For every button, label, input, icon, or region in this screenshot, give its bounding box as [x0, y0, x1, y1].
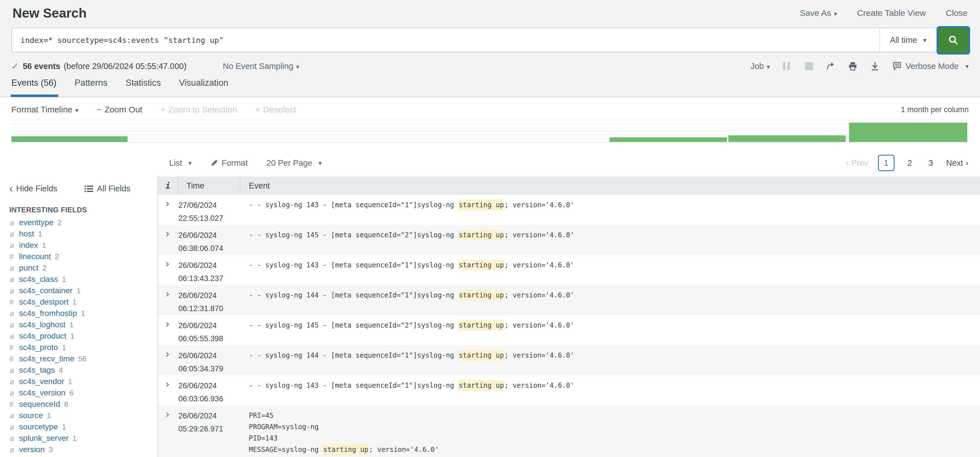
expand-event-icon[interactable]: ›	[158, 287, 170, 300]
field-sc4s_loghost[interactable]: asc4s_loghost1	[10, 320, 158, 332]
timeline-controls: Format Timeline▾ −Zoom Out +Zoom to Sele…	[0, 98, 980, 116]
event-date: 26/06/2024	[178, 319, 240, 332]
deselect-button[interactable]: ×Deselect	[255, 105, 296, 114]
highlighted-match: starting up	[323, 444, 369, 455]
event-sampling-menu[interactable]: No Event Sampling▾	[223, 62, 299, 71]
all-fields-button[interactable]: All Fields	[84, 184, 130, 193]
field-sc4s_container[interactable]: asc4s_container1	[10, 286, 158, 297]
field-sequenceId[interactable]: #sequenceId8	[10, 400, 158, 411]
per-page-menu[interactable]: 20 Per Page▾	[266, 159, 321, 168]
save-as-button[interactable]: Save As▾	[800, 8, 837, 18]
hide-fields-button[interactable]: ‹Hide Fields	[10, 184, 57, 193]
share-icon[interactable]	[826, 62, 835, 71]
event-raw-text: - - syslog-ng 143 - [meta sequenceId="1"…	[249, 259, 980, 271]
field-sc4s_product[interactable]: asc4s_product1	[10, 332, 158, 343]
field-sc4s_vendor[interactable]: asc4s_vendor1	[10, 377, 158, 388]
string-field-icon: a	[10, 411, 19, 420]
timeline-bar-2[interactable]	[609, 137, 727, 142]
field-name: splunk_server	[19, 434, 68, 443]
search-button[interactable]	[937, 26, 970, 54]
search-mode-menu[interactable]: Verbose Mode▾	[892, 62, 969, 71]
close-button[interactable]: Close	[946, 8, 967, 18]
print-icon[interactable]	[848, 62, 857, 71]
minus-icon: −	[97, 105, 102, 114]
event-time: 06:05:55.398	[178, 332, 240, 345]
format-menu[interactable]: Format	[210, 159, 248, 168]
event-date: 26/06/2024	[178, 259, 240, 272]
expand-event-icon[interactable]: ›	[158, 348, 170, 360]
event-text-segment: ; version='4.6.0'	[504, 321, 574, 329]
field-linecount[interactable]: #linecount2	[10, 252, 158, 263]
event-text-segment: ; version='4.6.0'	[369, 446, 439, 454]
chevron-down-icon: ▾	[923, 36, 926, 44]
format-timeline-menu[interactable]: Format Timeline▾	[11, 105, 78, 114]
export-download-icon[interactable]	[870, 62, 880, 71]
field-index[interactable]: aindex1	[10, 241, 158, 252]
events-timeline-histogram[interactable]	[11, 120, 969, 143]
field-host[interactable]: ahost1	[10, 229, 158, 241]
time-cell: 26/06/202406:03:06.936	[178, 379, 240, 405]
field-name: version	[19, 445, 45, 454]
prev-page-button[interactable]: ‹ Prev	[846, 158, 868, 168]
event-raw-text: - - syslog-ng 143 - [meta sequenceId="1"…	[249, 380, 980, 391]
timeline-bar-1[interactable]	[11, 136, 128, 142]
tab-patterns[interactable]: Patterns	[75, 78, 107, 97]
field-punct[interactable]: apunct2	[10, 263, 158, 275]
field-sc4s_tags[interactable]: asc4s_tags4	[10, 366, 158, 377]
timeline-bar-3[interactable]	[728, 135, 846, 142]
create-table-view-button[interactable]: Create Table View	[857, 8, 926, 18]
time-range-picker[interactable]: All time▾	[880, 28, 936, 52]
event-raw-text: MESSAGE=syslog-ng starting up; version='…	[249, 444, 980, 455]
page-button-1[interactable]: 1	[878, 155, 894, 171]
tab-visualization[interactable]: Visualization	[179, 78, 228, 97]
event-row: ›26/06/202406:03:06.936- - syslog-ng 143…	[158, 375, 980, 405]
expand-event-icon[interactable]: ›	[158, 197, 170, 210]
info-cell: ›	[158, 379, 178, 405]
event-text-segment: ; version='4.6.0'	[504, 201, 574, 209]
expand-event-icon[interactable]: ›	[158, 378, 170, 390]
field-source[interactable]: asource1	[10, 411, 158, 422]
event-time: 06:05:34.379	[178, 362, 240, 375]
expand-event-icon[interactable]: ›	[158, 227, 170, 240]
field-sc4s_fromhostip[interactable]: asc4s_fromhostip1	[10, 309, 158, 320]
zoom-to-selection-button[interactable]: +Zoom to Selection	[161, 105, 237, 114]
highlighted-match: starting up	[458, 230, 504, 240]
event-date: 26/06/2024	[178, 379, 240, 392]
event-count: 56 events	[23, 62, 60, 71]
event-raw-text: PROGRAM=syslog-ng	[249, 421, 980, 433]
timeline-bar-4[interactable]	[849, 123, 968, 142]
field-version[interactable]: aversion3	[10, 445, 158, 457]
field-name: sc4s_recv_time	[19, 354, 75, 363]
stop-job-icon	[805, 62, 813, 70]
field-sc4s_destport[interactable]: #sc4s_destport1	[10, 297, 158, 309]
event-text-segment: - - syslog-ng 143 - [meta sequenceId="1"…	[249, 261, 458, 269]
list-view-menu[interactable]: List▾	[169, 159, 191, 168]
page-button-3[interactable]: 3	[925, 159, 937, 168]
field-sc4s_class[interactable]: asc4s_class1	[10, 275, 158, 286]
string-field-icon: a	[10, 332, 19, 340]
highlighted-match: starting up	[458, 350, 504, 361]
expand-event-icon[interactable]: ›	[158, 257, 170, 270]
expand-event-icon[interactable]: ›	[158, 317, 170, 330]
field-sc4s_recv_time[interactable]: #sc4s_recv_time56	[10, 354, 158, 366]
field-name: sc4s_loghost	[19, 320, 65, 329]
field-splunk_server[interactable]: asplunk_server1	[10, 434, 158, 445]
event-text-segment: ; version='4.6.0'	[504, 291, 574, 299]
field-distinct-count: 6	[69, 389, 73, 397]
field-sc4s_version[interactable]: asc4s_version6	[10, 388, 158, 400]
zoom-out-button[interactable]: −Zoom Out	[97, 105, 142, 114]
event-text-segment: ; version='4.6.0'	[504, 261, 574, 269]
field-distinct-count: 1	[47, 411, 51, 420]
field-sc4s_proto[interactable]: #sc4s_proto1	[10, 343, 158, 354]
tab-statistics[interactable]: Statistics	[126, 78, 161, 97]
field-eventtype[interactable]: aeventtype2	[10, 218, 158, 229]
expand-event-icon[interactable]: ›	[158, 408, 170, 421]
time-cell: 26/06/202406:05:55.398	[178, 319, 240, 345]
next-page-button[interactable]: Next ›	[946, 158, 969, 168]
job-menu[interactable]: Job▾	[751, 62, 770, 71]
page-button-2[interactable]: 2	[904, 159, 916, 168]
field-sourcetype[interactable]: asourcetype1	[10, 422, 158, 434]
search-input[interactable]: index=* sourcetype=sc4s:events "starting…	[12, 28, 880, 52]
tab-events[interactable]: Events (56)	[11, 78, 57, 97]
numeric-field-icon: #	[10, 298, 19, 306]
